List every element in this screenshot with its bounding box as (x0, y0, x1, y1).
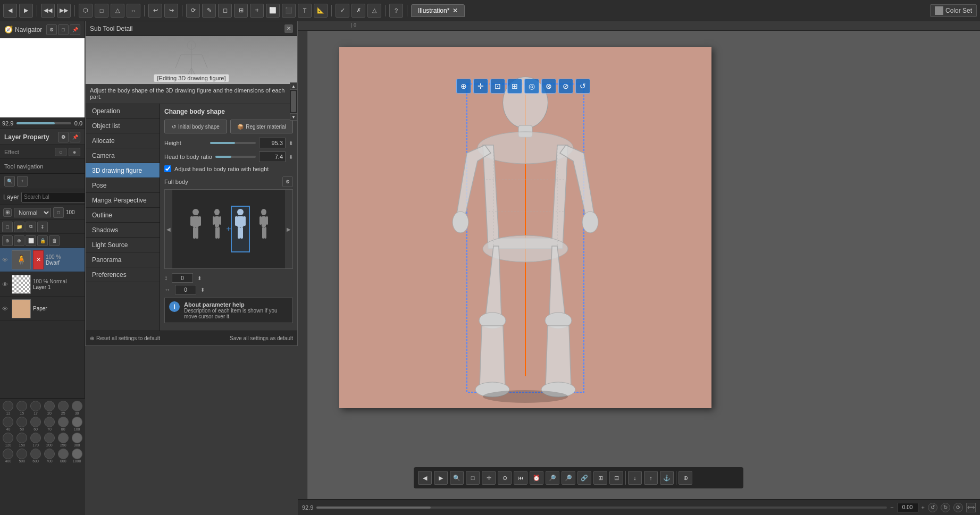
palette-item-1000[interactable]: 1000 (71, 449, 83, 463)
layer-eye-paper[interactable]: 👁 (2, 306, 10, 312)
tool2-btn[interactable]: □ (95, 4, 108, 18)
palette-item-25[interactable]: 25 (57, 401, 69, 415)
palette-circle[interactable] (16, 417, 27, 427)
nav-back-btn[interactable]: ◀ (3, 4, 17, 18)
palette-item-150[interactable]: 150 (16, 433, 28, 447)
palette-circle[interactable] (58, 417, 69, 427)
canvas-area[interactable]: ⊕ ✛ ⊡ ⊞ ◎ ⊗ ⊘ ↺ ◀ ▶ 🔍 □ ✛ ⊙ ⏮ ⏰ (298, 21, 980, 499)
rotate-btn[interactable]: ⟳ (186, 4, 200, 18)
checkx-btn[interactable]: ✗ (351, 4, 365, 18)
tool-undo-btn[interactable]: ↺ (575, 79, 590, 94)
tool-rotate-btn[interactable]: ✛ (473, 79, 488, 94)
merge-layer-btn[interactable]: ↧ (37, 222, 48, 232)
palette-circle[interactable] (16, 401, 27, 411)
scroll-down-btn[interactable]: ▼ (290, 113, 297, 121)
nav-expand-btn[interactable]: □ (58, 24, 69, 35)
menu-item-manga-perspective[interactable]: Manga Perspective (86, 193, 160, 208)
layer-action1-btn[interactable]: ⊕ (2, 235, 13, 246)
ctrl-down-btn[interactable]: ↓ (628, 471, 642, 485)
palette-item-70[interactable]: 70 (44, 417, 56, 431)
figure-icon-3[interactable] (231, 206, 250, 252)
layer-delete-btn[interactable]: 🗑 (49, 235, 60, 246)
tool-joints-btn[interactable]: ⊗ (541, 79, 556, 94)
offset-v-input[interactable] (172, 273, 193, 283)
palette-circle[interactable] (30, 401, 41, 411)
nav-forward-btn[interactable]: ▶ (19, 4, 33, 18)
ctrl-begin-btn[interactable]: ⏮ (514, 471, 527, 485)
redo-btn[interactable]: ↪ (164, 4, 178, 18)
timeline-bar[interactable] (316, 506, 887, 509)
figure-icon-1[interactable] (188, 208, 203, 250)
tool-camera-btn[interactable]: ⊞ (507, 79, 522, 94)
ctrl-zoomout-btn[interactable]: 🔎 (562, 471, 575, 485)
palette-circle[interactable] (16, 449, 27, 459)
menu-item-allocate[interactable]: Allocate (86, 133, 160, 148)
palette-item-300[interactable]: 300 (71, 433, 83, 447)
flip-btn[interactable]: ⟺ (966, 503, 976, 512)
tool1-btn[interactable]: ⬡ (79, 4, 93, 18)
palette-item-60[interactable]: 60 (30, 417, 42, 431)
tool-nav-add-btn[interactable]: + (17, 176, 28, 187)
nav-settings-btn[interactable]: ⚙ (46, 24, 57, 35)
save-settings-btn[interactable]: Save all settings as default (230, 335, 293, 341)
palette-circle[interactable] (44, 417, 55, 427)
palette-item-700[interactable]: 700 (44, 449, 56, 463)
rotate-ccw-btn[interactable]: ↻ (941, 503, 950, 512)
head-ratio-spinner[interactable]: ⬍ (289, 154, 293, 160)
height-spinner[interactable]: ⬍ (289, 140, 293, 146)
double-forward-btn[interactable]: ▶▶ (57, 4, 71, 18)
ctrl-next-btn[interactable]: ▶ (434, 471, 448, 485)
effect-toggle-off[interactable]: ○ (55, 148, 66, 156)
tab-close-icon[interactable]: ✕ (453, 7, 458, 14)
palette-circle[interactable] (3, 417, 13, 427)
layer-lock-btn[interactable]: 🔒 (37, 235, 48, 246)
blend-mode-select[interactable]: Normal Multiply Screen (14, 208, 51, 217)
eraser-btn[interactable]: ◻ (218, 4, 232, 18)
palette-circle[interactable] (72, 433, 82, 443)
tool-pose-btn[interactable]: ⊘ (558, 79, 573, 94)
palette-circle[interactable] (72, 417, 82, 427)
tool4-btn[interactable]: ↔ (127, 4, 140, 18)
new-folder-btn[interactable]: 📁 (14, 222, 24, 232)
ctrl-circle-btn[interactable]: ⊙ (498, 471, 512, 485)
opacity-btn[interactable]: □ (53, 207, 64, 218)
layer-mask-btn[interactable]: ⬜ (26, 235, 36, 246)
palette-circle[interactable] (72, 401, 82, 411)
palette-item-170[interactable]: 170 (30, 433, 42, 447)
palette-item-800[interactable]: 800 (57, 449, 69, 463)
layer-item-dwarf[interactable]: 👁 🧍 ✕ 100 % Dwarf (0, 248, 85, 272)
palette-item-500[interactable]: 500 (16, 449, 28, 463)
menu-item-outline[interactable]: Outline (86, 208, 160, 223)
height-slider[interactable] (210, 142, 256, 144)
blend-icon[interactable]: ⊞ (3, 208, 12, 217)
palette-item-20[interactable]: 20 (44, 401, 56, 415)
select-btn[interactable]: ⬜ (266, 4, 280, 18)
lp-settings-btn[interactable]: ⚙ (58, 132, 69, 142)
layer-eye-layer1[interactable]: 👁 (2, 281, 10, 288)
zoom-minus-icon[interactable]: − (890, 504, 893, 511)
register-material-btn[interactable]: 📦 Register material (230, 120, 293, 133)
reset-settings-btn[interactable]: ⊕ Reset all settings to default (90, 335, 160, 341)
head-ratio-input[interactable] (259, 151, 286, 162)
ctrl-add-btn[interactable]: ⊞ (593, 471, 607, 485)
pen-btn[interactable]: ✎ (202, 4, 216, 18)
full-body-settings-btn[interactable]: ⚙ (282, 176, 293, 187)
palette-item-100[interactable]: 100 (71, 417, 83, 431)
palette-item-15[interactable]: 15 (16, 401, 28, 415)
undo-btn[interactable]: ↩ (148, 4, 162, 18)
menu-item-3d-figure[interactable]: 3D drawing figure (86, 163, 160, 178)
duplicate-layer-btn[interactable]: ⧉ (26, 222, 36, 232)
tool-light-btn[interactable]: ◎ (524, 79, 539, 94)
palette-circle[interactable] (3, 449, 13, 459)
figure-right-arrow-btn[interactable]: ▶ (285, 190, 292, 268)
palette-item-30[interactable]: 30 (71, 401, 83, 415)
panel-close-btn[interactable]: ✕ (284, 24, 293, 33)
layer-item-layer1[interactable]: 👁 100 % Normal Layer 1 (0, 272, 85, 297)
palette-item-120[interactable]: 120 (2, 433, 14, 447)
ctrl-anchor-btn[interactable]: ⚓ (660, 471, 674, 485)
effect-toggle-on[interactable]: ● (69, 148, 80, 156)
menu-item-shadows[interactable]: Shadows (86, 223, 160, 238)
menu-item-pose[interactable]: Pose (86, 178, 160, 193)
offset-h-spinner[interactable]: ⬍ (200, 287, 205, 293)
tool-move-btn[interactable]: ⊕ (456, 79, 471, 94)
